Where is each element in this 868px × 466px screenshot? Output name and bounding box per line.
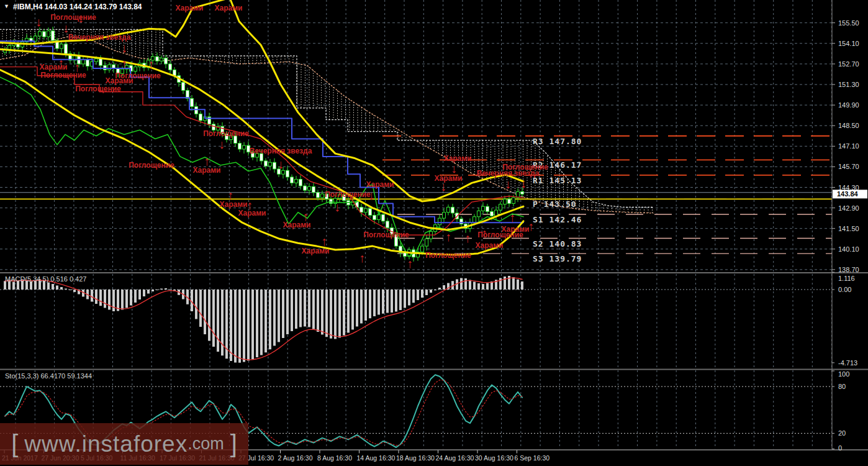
candle (473, 217, 476, 222)
up-arrow-icon: ↑ (58, 56, 64, 70)
candle (95, 59, 98, 62)
svg-text:143.84: 143.84 (837, 190, 859, 198)
candle (512, 198, 515, 203)
up-arrow-icon: ↑ (407, 257, 413, 270)
macd-bar (430, 290, 432, 293)
macd-bar (404, 290, 406, 308)
candle (238, 144, 242, 149)
macd-bar (373, 290, 376, 316)
macd-bar (473, 282, 476, 290)
up-arrow-icon: ↑ (246, 198, 253, 212)
macd-bar (230, 290, 232, 361)
up-arrow-icon: ↑ (321, 234, 327, 248)
price-tick-label: 152.70 (838, 60, 859, 68)
price-tick-label: 145.70 (838, 163, 859, 170)
macd-bar (282, 290, 284, 338)
time-tick-label: 8 Aug 16:30 (317, 454, 352, 462)
candle (486, 206, 489, 211)
price-tick-label: 140.10 (838, 245, 859, 253)
up-arrow-icon: ↑ (227, 188, 233, 202)
macd-bar (234, 290, 237, 363)
up-arrow-icon: ↑ (509, 211, 515, 224)
down-arrow-icon: ↓ (121, 41, 127, 55)
macd-bar (421, 290, 423, 298)
macd-bar (321, 290, 323, 335)
candle (99, 59, 102, 66)
macd-bar (325, 290, 328, 337)
candle (191, 98, 194, 106)
candle (443, 212, 446, 218)
sto-indicator-label: Sto(15,3,3) 66.4170 59.1344 (5, 372, 92, 380)
time-tick-label: 18 Aug 16:30 (396, 454, 435, 462)
macd-bar (104, 290, 106, 308)
chart-canvas[interactable]: R3 147.80R2 146.17R1 145.13P 143.50S1 14… (0, 0, 868, 466)
price-tick-label: 151.30 (838, 81, 859, 88)
candle (373, 215, 376, 219)
macd-bar (251, 290, 254, 359)
candle (195, 106, 198, 114)
macd-bar (304, 290, 306, 327)
down-arrow-icon: ↓ (78, 11, 84, 25)
macd-bar (91, 290, 93, 302)
candle (382, 214, 385, 221)
macd-bar (399, 290, 402, 310)
macd-bar (343, 290, 345, 336)
up-arrow-icon: ↑ (464, 231, 471, 245)
candle (38, 32, 42, 36)
macd-panel (0, 274, 832, 368)
down-arrow-icon: ↓ (278, 157, 284, 171)
svg-text:R3 147.80: R3 147.80 (533, 137, 582, 146)
macd-bar (195, 290, 197, 319)
price-tick-label: 141.50 (838, 225, 859, 232)
macd-bar (286, 290, 289, 334)
candle (386, 221, 389, 228)
candle (165, 58, 168, 63)
candle (52, 31, 55, 40)
macd-bar (377, 290, 380, 315)
candle (264, 161, 268, 166)
pattern-label: Харами (176, 4, 204, 12)
macd-bar (434, 290, 436, 290)
down-arrow-icon: ↓ (451, 162, 457, 175)
symbol-dropdown-icon[interactable]: ▼ (4, 3, 9, 9)
price-tick-label: 138.70 (838, 266, 859, 273)
svg-text:80: 80 (838, 383, 846, 390)
macd-bar (482, 284, 484, 290)
candle (243, 145, 246, 149)
macd-bar (130, 290, 132, 306)
pattern-label: Вечерняя звезда (68, 33, 131, 42)
macd-bar (134, 290, 137, 303)
symbol-period: #IBM,H4 (13, 2, 42, 11)
macd-bar (412, 290, 415, 303)
macd-bar (486, 283, 489, 290)
macd-bar (517, 280, 519, 290)
candle (404, 253, 407, 257)
macd-bar (112, 290, 115, 311)
up-arrow-icon: ↑ (445, 230, 451, 244)
pattern-label: Поглощение (363, 231, 409, 239)
up-arrow-icon: ↑ (148, 57, 154, 71)
macd-bar (278, 290, 280, 342)
macd-bar (469, 280, 471, 290)
macd-bar (334, 290, 337, 339)
macd-bar (12, 282, 15, 290)
time-tick-label: 14 Aug 16:30 (357, 454, 396, 462)
macd-bar (212, 290, 215, 347)
up-arrow-icon: ↑ (359, 251, 365, 265)
main-chart-panel: R3 147.80R2 146.17R1 145.13P 143.50S1 14… (0, 0, 832, 272)
candle (182, 82, 185, 90)
macd-bar (330, 290, 332, 339)
pattern-label: Харами (444, 154, 472, 163)
time-tick-label: 2 Aug 16:30 (278, 454, 313, 462)
macd-bar (95, 290, 97, 304)
macd-bar (160, 289, 163, 290)
candle (317, 193, 320, 198)
macd-bar (521, 281, 523, 290)
candle (425, 239, 428, 246)
svg-text:S2 140.83: S2 140.83 (533, 239, 582, 249)
candle (273, 162, 276, 169)
macd-bar (99, 290, 102, 306)
down-arrow-icon: ↓ (440, 180, 446, 193)
macd-bar (308, 290, 310, 327)
candle (104, 65, 107, 70)
